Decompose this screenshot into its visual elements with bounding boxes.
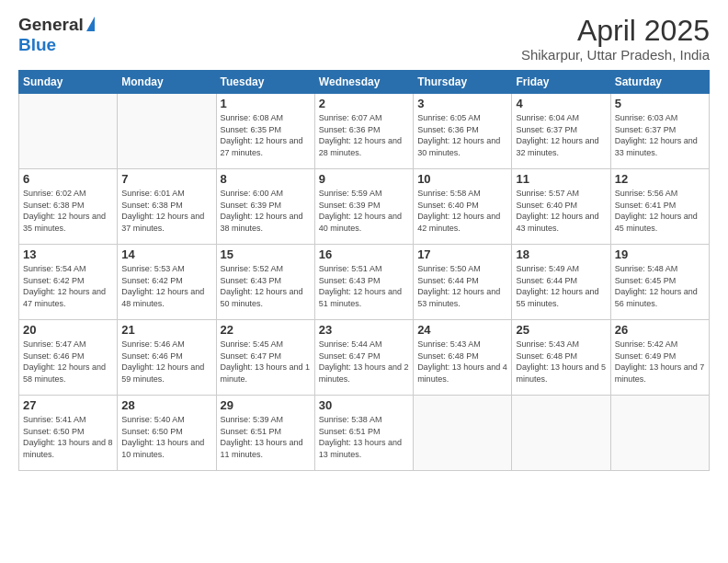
calendar-week-3: 13Sunrise: 5:54 AM Sunset: 6:42 PM Dayli… bbox=[19, 245, 710, 320]
calendar-cell: 23Sunrise: 5:44 AM Sunset: 6:47 PM Dayli… bbox=[314, 320, 413, 396]
day-info: Sunrise: 5:54 AM Sunset: 6:42 PM Dayligh… bbox=[23, 263, 113, 309]
calendar-cell: 6Sunrise: 6:02 AM Sunset: 6:38 PM Daylig… bbox=[19, 169, 118, 245]
day-info: Sunrise: 5:39 AM Sunset: 6:51 PM Dayligh… bbox=[221, 414, 311, 460]
title-area: April 2025 Shikarpur, Uttar Pradesh, Ind… bbox=[521, 15, 710, 63]
day-number: 6 bbox=[23, 172, 113, 186]
day-info: Sunrise: 5:57 AM Sunset: 6:40 PM Dayligh… bbox=[516, 188, 606, 234]
calendar-table: SundayMondayTuesdayWednesdayThursdayFrid… bbox=[18, 70, 710, 471]
calendar-cell: 26Sunrise: 5:42 AM Sunset: 6:49 PM Dayli… bbox=[610, 320, 709, 396]
calendar-cell: 10Sunrise: 5:58 AM Sunset: 6:40 PM Dayli… bbox=[414, 169, 512, 245]
day-number: 2 bbox=[319, 97, 409, 110]
calendar-header-row: SundayMondayTuesdayWednesdayThursdayFrid… bbox=[19, 71, 710, 94]
day-info: Sunrise: 6:01 AM Sunset: 6:38 PM Dayligh… bbox=[121, 188, 211, 234]
day-number: 7 bbox=[121, 172, 211, 186]
day-info: Sunrise: 6:02 AM Sunset: 6:38 PM Dayligh… bbox=[23, 188, 113, 234]
calendar-cell bbox=[512, 396, 610, 471]
day-number: 28 bbox=[121, 398, 211, 412]
col-header-wednesday: Wednesday bbox=[314, 71, 413, 94]
logo: General Blue bbox=[18, 15, 95, 55]
logo-blue: Blue bbox=[18, 35, 84, 55]
calendar-cell: 30Sunrise: 5:38 AM Sunset: 6:51 PM Dayli… bbox=[314, 396, 413, 471]
day-info: Sunrise: 5:38 AM Sunset: 6:51 PM Dayligh… bbox=[319, 414, 409, 460]
day-info: Sunrise: 5:44 AM Sunset: 6:47 PM Dayligh… bbox=[319, 339, 409, 385]
calendar-cell: 16Sunrise: 5:51 AM Sunset: 6:43 PM Dayli… bbox=[314, 245, 413, 320]
calendar-cell: 12Sunrise: 5:56 AM Sunset: 6:41 PM Dayli… bbox=[610, 169, 709, 245]
day-number: 22 bbox=[221, 323, 311, 337]
calendar-cell: 7Sunrise: 6:01 AM Sunset: 6:38 PM Daylig… bbox=[118, 169, 216, 245]
day-number: 24 bbox=[417, 323, 507, 337]
col-header-saturday: Saturday bbox=[610, 71, 709, 94]
calendar-week-5: 27Sunrise: 5:41 AM Sunset: 6:50 PM Dayli… bbox=[19, 396, 710, 471]
calendar-cell: 13Sunrise: 5:54 AM Sunset: 6:42 PM Dayli… bbox=[19, 245, 118, 320]
day-info: Sunrise: 5:43 AM Sunset: 6:48 PM Dayligh… bbox=[516, 339, 606, 385]
calendar-cell: 15Sunrise: 5:52 AM Sunset: 6:43 PM Dayli… bbox=[216, 245, 314, 320]
day-number: 12 bbox=[615, 172, 705, 186]
calendar-week-2: 6Sunrise: 6:02 AM Sunset: 6:38 PM Daylig… bbox=[19, 169, 710, 245]
day-info: Sunrise: 5:48 AM Sunset: 6:45 PM Dayligh… bbox=[615, 263, 705, 309]
calendar-cell: 8Sunrise: 6:00 AM Sunset: 6:39 PM Daylig… bbox=[216, 169, 314, 245]
col-header-friday: Friday bbox=[512, 71, 610, 94]
calendar-cell bbox=[610, 396, 709, 471]
day-info: Sunrise: 6:05 AM Sunset: 6:36 PM Dayligh… bbox=[417, 112, 507, 158]
col-header-monday: Monday bbox=[118, 71, 216, 94]
calendar-cell bbox=[19, 94, 118, 169]
calendar-cell: 14Sunrise: 5:53 AM Sunset: 6:42 PM Dayli… bbox=[118, 245, 216, 320]
day-number: 4 bbox=[516, 97, 606, 110]
day-number: 9 bbox=[319, 172, 409, 186]
calendar-cell: 24Sunrise: 5:43 AM Sunset: 6:48 PM Dayli… bbox=[414, 320, 512, 396]
day-number: 29 bbox=[221, 398, 311, 412]
day-info: Sunrise: 5:43 AM Sunset: 6:48 PM Dayligh… bbox=[417, 339, 507, 385]
day-number: 27 bbox=[23, 398, 113, 412]
day-info: Sunrise: 5:52 AM Sunset: 6:43 PM Dayligh… bbox=[221, 263, 311, 309]
day-info: Sunrise: 5:41 AM Sunset: 6:50 PM Dayligh… bbox=[23, 414, 113, 460]
day-info: Sunrise: 6:03 AM Sunset: 6:37 PM Dayligh… bbox=[615, 112, 705, 158]
calendar-cell: 11Sunrise: 5:57 AM Sunset: 6:40 PM Dayli… bbox=[512, 169, 610, 245]
page: General Blue April 2025 Shikarpur, Uttar… bbox=[0, 0, 728, 563]
day-number: 21 bbox=[121, 323, 211, 337]
day-info: Sunrise: 6:04 AM Sunset: 6:37 PM Dayligh… bbox=[516, 112, 606, 158]
day-info: Sunrise: 5:59 AM Sunset: 6:39 PM Dayligh… bbox=[319, 188, 409, 234]
logo-triangle-icon bbox=[86, 17, 95, 31]
col-header-sunday: Sunday bbox=[19, 71, 118, 94]
day-number: 1 bbox=[221, 97, 311, 110]
calendar-cell: 27Sunrise: 5:41 AM Sunset: 6:50 PM Dayli… bbox=[19, 396, 118, 471]
day-number: 17 bbox=[417, 247, 507, 261]
day-number: 25 bbox=[516, 323, 606, 337]
day-info: Sunrise: 6:08 AM Sunset: 6:35 PM Dayligh… bbox=[221, 112, 311, 158]
calendar-cell: 19Sunrise: 5:48 AM Sunset: 6:45 PM Dayli… bbox=[610, 245, 709, 320]
calendar-cell bbox=[414, 396, 512, 471]
day-info: Sunrise: 5:40 AM Sunset: 6:50 PM Dayligh… bbox=[121, 414, 211, 460]
header: General Blue April 2025 Shikarpur, Uttar… bbox=[18, 15, 710, 63]
day-number: 14 bbox=[121, 247, 211, 261]
day-info: Sunrise: 5:50 AM Sunset: 6:44 PM Dayligh… bbox=[417, 263, 507, 309]
day-number: 11 bbox=[516, 172, 606, 186]
calendar-cell: 1Sunrise: 6:08 AM Sunset: 6:35 PM Daylig… bbox=[216, 94, 314, 169]
calendar-cell: 17Sunrise: 5:50 AM Sunset: 6:44 PM Dayli… bbox=[414, 245, 512, 320]
day-number: 16 bbox=[319, 247, 409, 261]
day-info: Sunrise: 5:45 AM Sunset: 6:47 PM Dayligh… bbox=[221, 339, 311, 385]
day-info: Sunrise: 5:53 AM Sunset: 6:42 PM Dayligh… bbox=[121, 263, 211, 309]
calendar-week-4: 20Sunrise: 5:47 AM Sunset: 6:46 PM Dayli… bbox=[19, 320, 710, 396]
day-number: 3 bbox=[417, 97, 507, 110]
day-info: Sunrise: 5:42 AM Sunset: 6:49 PM Dayligh… bbox=[615, 339, 705, 385]
day-info: Sunrise: 5:56 AM Sunset: 6:41 PM Dayligh… bbox=[615, 188, 705, 234]
day-number: 30 bbox=[319, 398, 409, 412]
day-info: Sunrise: 5:49 AM Sunset: 6:44 PM Dayligh… bbox=[516, 263, 606, 309]
calendar-cell: 18Sunrise: 5:49 AM Sunset: 6:44 PM Dayli… bbox=[512, 245, 610, 320]
day-number: 19 bbox=[615, 247, 705, 261]
calendar-cell: 3Sunrise: 6:05 AM Sunset: 6:36 PM Daylig… bbox=[414, 94, 512, 169]
calendar-cell: 25Sunrise: 5:43 AM Sunset: 6:48 PM Dayli… bbox=[512, 320, 610, 396]
calendar-week-1: 1Sunrise: 6:08 AM Sunset: 6:35 PM Daylig… bbox=[19, 94, 710, 169]
calendar-cell: 20Sunrise: 5:47 AM Sunset: 6:46 PM Dayli… bbox=[19, 320, 118, 396]
calendar-cell: 5Sunrise: 6:03 AM Sunset: 6:37 PM Daylig… bbox=[610, 94, 709, 169]
calendar-cell: 9Sunrise: 5:59 AM Sunset: 6:39 PM Daylig… bbox=[314, 169, 413, 245]
day-number: 8 bbox=[221, 172, 311, 186]
calendar-cell: 2Sunrise: 6:07 AM Sunset: 6:36 PM Daylig… bbox=[314, 94, 413, 169]
day-info: Sunrise: 5:47 AM Sunset: 6:46 PM Dayligh… bbox=[23, 339, 113, 385]
col-header-tuesday: Tuesday bbox=[216, 71, 314, 94]
calendar-cell: 29Sunrise: 5:39 AM Sunset: 6:51 PM Dayli… bbox=[216, 396, 314, 471]
day-info: Sunrise: 6:00 AM Sunset: 6:39 PM Dayligh… bbox=[221, 188, 311, 234]
calendar-cell bbox=[118, 94, 216, 169]
calendar-cell: 22Sunrise: 5:45 AM Sunset: 6:47 PM Dayli… bbox=[216, 320, 314, 396]
day-number: 18 bbox=[516, 247, 606, 261]
